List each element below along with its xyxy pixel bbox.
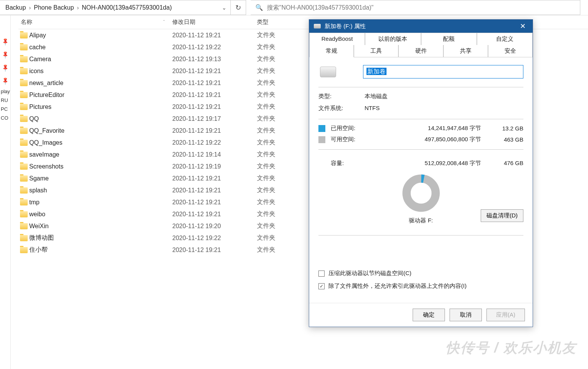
file-name: QQ_Favorite [29,127,172,134]
folder-icon [18,32,29,38]
folder-icon [18,187,29,194]
file-name: weibo [29,211,172,218]
sidebar-label[interactable]: CO [0,115,10,121]
breadcrumb-dropdown-icon[interactable]: ⌄ [218,5,230,11]
compress-label: 压缩此驱动器以节约磁盘空间(C) [328,270,411,277]
crumb-backup[interactable]: Backup [3,4,28,11]
volume-name-text: 新加卷 [366,68,386,75]
file-name: QQ_Images [29,139,172,146]
cancel-button[interactable]: 取消 [450,309,482,321]
crumb-phone-backup[interactable]: Phone Backup [32,4,76,11]
capacity-gb: 476 GB [496,160,523,167]
file-date: 2020-11-12 19:21 [172,199,257,206]
tab-security[interactable]: 安全 [488,45,533,57]
dialog-titlebar[interactable]: 新加卷 (F:) 属性 ✕ [309,20,533,33]
compress-checkbox-row[interactable]: 压缩此驱动器以节约磁盘空间(C) [318,270,523,277]
file-date: 2020-11-12 19:22 [172,44,257,51]
pin-icon[interactable]: 📌 [0,49,11,60]
file-type: 文件夹 [257,115,303,123]
sidebar-label[interactable]: PC [0,106,10,112]
folder-icon [18,116,29,122]
free-swatch-icon [318,136,325,143]
file-type: 文件夹 [257,55,303,63]
file-date: 2020-11-12 19:21 [172,80,257,87]
folder-icon [18,247,29,253]
file-type: 文件夹 [257,91,303,99]
pin-icon[interactable]: 📌 [0,36,11,47]
ok-button[interactable]: 确定 [413,309,445,321]
column-name-header[interactable]: 名称 ˆ [18,18,172,26]
crumb-current[interactable]: NOH-AN00(139a4577593001da) [80,4,174,11]
type-value: 本地磁盘 [365,93,388,100]
tab-customize[interactable]: 自定义 [477,33,533,45]
dialog-tabs: ReadyBoost 以前的版本 配额 自定义 常规 工具 硬件 共享 安全 [309,33,533,57]
file-type: 文件夹 [257,103,303,111]
watermark-text: 快传号 / 欢乐小机友 [446,339,576,357]
pin-icon[interactable]: 📌 [0,62,11,73]
file-date: 2020-11-12 19:13 [172,56,257,63]
used-bytes: 14,241,947,648 字节 [428,125,481,132]
file-type: 文件夹 [257,79,303,87]
tab-quota[interactable]: 配额 [421,33,477,45]
divider [318,235,523,235]
file-name: Camera [29,56,172,63]
sidebar-label[interactable]: RU [0,97,10,103]
usage-donut-chart [402,174,440,212]
file-name: QQ [29,115,172,122]
drive-large-icon [320,67,336,77]
capacity-bytes: 512,092,008,448 字节 [425,160,481,167]
disk-cleanup-button[interactable]: 磁盘清理(D) [481,209,523,222]
column-date-header[interactable]: 修改日期 [172,18,257,26]
tab-tools[interactable]: 工具 [354,45,398,57]
file-name: Pictures [29,104,172,110]
dialog-body: 新加卷 类型:本地磁盘 文件系统:NTFS 已用空间: 14,241,947,6… [309,57,533,303]
file-type: 文件夹 [257,67,303,75]
index-checkbox-row[interactable]: ✓ 除了文件属性外，还允许索引此驱动器上文件的内容(I) [318,282,523,290]
tab-hardware[interactable]: 硬件 [398,45,443,57]
tab-general[interactable]: 常规 [309,45,354,57]
file-name: splash [29,187,172,194]
file-type: 文件夹 [257,234,303,242]
folder-icon [18,56,29,62]
file-type: 文件夹 [257,139,303,147]
checkbox-icon[interactable]: ✓ [318,283,325,289]
used-gb: 13.2 GB [496,125,523,132]
volume-name-input[interactable]: 新加卷 [363,65,523,78]
file-name: news_article [29,80,172,87]
folder-icon [18,104,29,110]
tab-sharing[interactable]: 共享 [443,45,488,57]
folder-icon [18,128,29,134]
close-button[interactable]: ✕ [518,22,528,30]
checkbox-icon[interactable] [318,270,325,277]
file-date: 2020-11-12 19:14 [172,151,257,158]
tab-readyboost[interactable]: ReadyBoost [309,33,365,45]
search-input[interactable] [267,4,575,11]
file-name: WeiXin [29,223,172,230]
usage-chart-area: 驱动器 F: 磁盘清理(D) [318,174,523,224]
used-label: 已用空间: [331,125,373,132]
used-swatch-icon [318,125,325,132]
file-type: 文件夹 [257,198,303,206]
file-date: 2020-11-12 19:21 [172,32,257,39]
file-type: 文件夹 [257,162,303,170]
file-date: 2020-11-12 19:22 [172,139,257,146]
file-date: 2020-11-12 19:21 [172,68,257,75]
column-name-label: 名称 [21,18,32,26]
address-bar: Backup › Phone Backup › NOH-AN00(139a457… [0,0,588,15]
file-type: 文件夹 [257,43,303,51]
file-type: 文件夹 [257,150,303,159]
sidebar-label[interactable]: play [0,88,10,94]
apply-button[interactable]: 应用(A) [486,309,525,321]
file-date: 2020-11-12 19:21 [172,92,257,99]
file-date: 2020-11-12 19:17 [172,115,257,122]
breadcrumb[interactable]: Backup › Phone Backup › NOH-AN00(139a457… [0,0,231,15]
refresh-button[interactable]: ↻ [231,0,246,15]
file-type: 文件夹 [257,186,303,194]
pin-icon[interactable]: 📌 [0,75,11,87]
refresh-icon: ↻ [235,3,241,12]
column-type-header[interactable]: 类型 [257,18,303,26]
svg-point-1 [406,179,436,208]
tab-previous-versions[interactable]: 以前的版本 [365,33,421,45]
folder-icon [18,80,29,86]
search-box[interactable]: 🔍 [251,0,580,15]
